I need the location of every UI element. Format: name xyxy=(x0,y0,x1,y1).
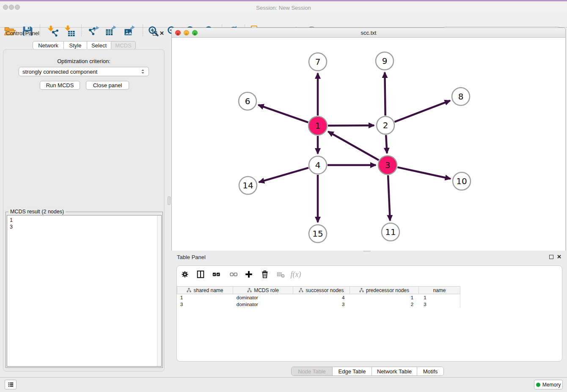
close-panel-button[interactable]: Close panel xyxy=(86,81,129,90)
graph-node-label-4: 4 xyxy=(315,160,321,170)
toolbar-separator xyxy=(40,25,40,36)
table-row[interactable]: 3 dominator 3 2 3 xyxy=(177,301,460,308)
graph-node-label-1: 1 xyxy=(315,121,321,131)
export-table-icon xyxy=(105,25,117,37)
control-panel-float-button[interactable] xyxy=(153,31,157,36)
run-mcds-button[interactable]: Run MCDS xyxy=(40,81,80,90)
column-header-name[interactable]: name xyxy=(419,287,460,294)
tab-motifs[interactable]: Motifs xyxy=(417,367,443,375)
network-titlebar[interactable]: scc.txt xyxy=(172,28,565,38)
status-bar xyxy=(0,377,567,392)
network-view-window: scc.txt 1234678910111415 xyxy=(171,28,566,251)
tab-mcds[interactable]: MCDS xyxy=(111,41,136,50)
memory-status-dot xyxy=(536,383,540,387)
table-row[interactable]: 1 dominator 4 1 1 xyxy=(177,294,460,301)
graph-edge-1-6[interactable] xyxy=(258,105,308,122)
mcds-result-textarea[interactable]: 1 3 xyxy=(7,215,162,367)
export-table-button[interactable] xyxy=(104,24,118,38)
delete-table-button[interactable] xyxy=(274,268,287,281)
table-panel-close-button[interactable]: ✕ xyxy=(557,254,561,259)
table-panel-float-button[interactable] xyxy=(549,255,553,259)
split-panel-icon xyxy=(196,270,205,279)
network-title: scc.txt xyxy=(172,30,565,36)
result-line: 3 xyxy=(10,224,161,230)
column-header-mcds-role[interactable]: MCDS role xyxy=(233,287,293,294)
graph-node-label-8: 8 xyxy=(458,91,464,102)
mcds-result-title: MCDS result (2 nodes) xyxy=(8,209,66,215)
cell-predecessor-nodes: 2 xyxy=(350,301,418,308)
split-panel-button[interactable] xyxy=(194,268,207,281)
graph-node-label-11: 11 xyxy=(385,227,396,237)
column-type-icon xyxy=(359,288,364,293)
graph-node-label-3: 3 xyxy=(385,160,391,170)
cell-predecessor-nodes: 1 xyxy=(350,294,418,301)
tab-node-table[interactable]: Node Table xyxy=(292,367,332,375)
import-network-icon xyxy=(47,25,59,37)
tab-select[interactable]: Select xyxy=(87,41,111,50)
tab-style[interactable]: Style xyxy=(64,41,87,50)
optimization-criterion-label: Optimization criterion: xyxy=(3,58,165,64)
select-all-button[interactable] xyxy=(210,268,223,281)
graph-node-label-9: 9 xyxy=(382,56,388,66)
graph-edge-2-8[interactable] xyxy=(394,101,450,122)
tab-edge-table[interactable]: Edge Table xyxy=(332,367,372,375)
delete-table-icon xyxy=(276,270,285,279)
deselect-all-icon xyxy=(229,270,238,279)
column-type-icon xyxy=(299,288,303,293)
graph-edge-3-11[interactable] xyxy=(388,175,390,221)
column-header-successor-nodes[interactable]: successor nodes xyxy=(293,287,350,294)
dropdown-stepper-icon xyxy=(140,69,145,75)
graph-node-label-15: 15 xyxy=(312,229,323,239)
main-toolbar xyxy=(0,11,567,28)
column-label: predecessor nodes xyxy=(366,287,409,293)
graph-edge-3-1[interactable] xyxy=(328,132,379,160)
function-builder-button[interactable]: f(x) xyxy=(289,268,302,281)
network-graph[interactable]: 1234678910111415 xyxy=(172,38,565,251)
export-network-icon xyxy=(88,25,100,37)
zoom-in-button[interactable] xyxy=(146,24,160,38)
export-image-icon xyxy=(124,25,136,37)
table-settings-button[interactable] xyxy=(179,268,191,281)
import-network-button[interactable] xyxy=(45,24,60,38)
criterion-dropdown[interactable]: strongly connected component xyxy=(19,67,149,76)
table-panel-title: Table Panel xyxy=(177,254,206,260)
table-header: shared name MCDS role successor nodes pr… xyxy=(177,286,460,294)
task-history-button[interactable] xyxy=(5,380,17,389)
graph-node-label-10: 10 xyxy=(456,176,467,186)
graph-edge-3-10[interactable] xyxy=(397,167,450,179)
function-icon: f(x) xyxy=(291,270,301,279)
titlebar: Session: New Session xyxy=(0,1,567,11)
cell-successor-nodes: 3 xyxy=(293,301,350,308)
toolbar-separator xyxy=(81,25,82,36)
graph-edge-1-2[interactable] xyxy=(328,125,374,126)
graph-edges[interactable] xyxy=(258,72,450,222)
window-title: Session: New Session xyxy=(0,5,567,11)
graph-edge-2-9[interactable] xyxy=(385,72,385,116)
network-canvas[interactable]: 1234678910111415 xyxy=(172,38,565,251)
graph-node-label-6: 6 xyxy=(245,96,250,106)
cell-name: 1 xyxy=(418,294,460,301)
deselect-all-button[interactable] xyxy=(227,268,240,281)
import-table-button[interactable] xyxy=(62,24,77,38)
cell-mcds-role: dominator xyxy=(233,294,293,301)
control-panel-title: Control Panel xyxy=(6,30,39,36)
export-image-button[interactable] xyxy=(122,24,137,38)
tab-network[interactable]: Network xyxy=(33,41,64,50)
tab-network-table[interactable]: Network Table xyxy=(372,367,417,375)
graph-edge-4-14[interactable] xyxy=(259,168,308,182)
export-network-button[interactable] xyxy=(86,24,101,38)
add-column-button[interactable] xyxy=(242,268,255,281)
column-label: MCDS role xyxy=(254,287,279,293)
criterion-value: strongly connected component xyxy=(22,69,140,75)
trash-icon xyxy=(260,270,270,279)
column-header-shared-name[interactable]: shared name xyxy=(177,287,233,294)
result-scrollbar[interactable] xyxy=(157,215,161,366)
graph-edge-2-3[interactable] xyxy=(386,135,387,153)
vertical-splitter-grip[interactable] xyxy=(168,196,171,205)
cell-mcds-role: dominator xyxy=(233,301,293,308)
cell-name: 3 xyxy=(418,301,460,308)
delete-column-button[interactable] xyxy=(259,268,271,281)
memory-button[interactable]: Memory xyxy=(534,380,563,389)
control-panel-close-button[interactable]: ✕ xyxy=(160,31,164,36)
column-header-predecessor-nodes[interactable]: predecessor nodes xyxy=(350,287,419,294)
